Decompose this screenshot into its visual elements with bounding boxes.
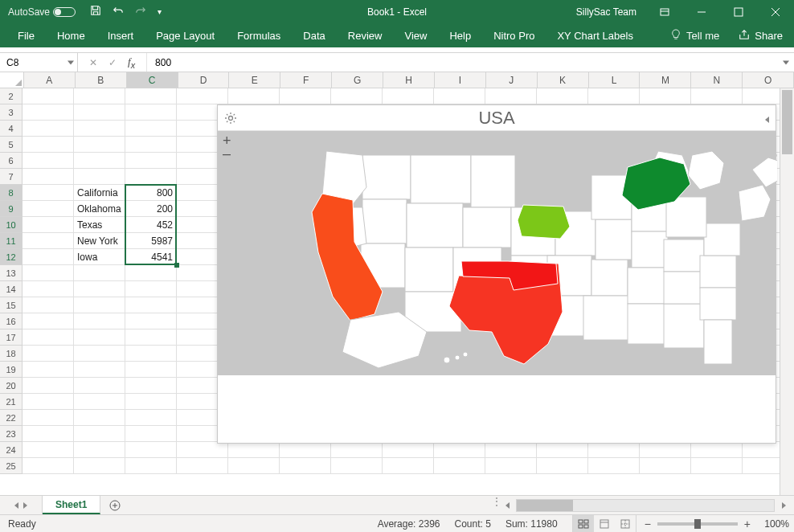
cell[interactable] <box>331 442 383 458</box>
cell[interactable] <box>228 458 280 474</box>
cell[interactable] <box>74 137 125 153</box>
cell[interactable] <box>125 121 177 137</box>
qat-customize-icon[interactable]: ▾ <box>158 7 162 16</box>
cell[interactable] <box>434 88 485 104</box>
cell[interactable] <box>537 442 588 458</box>
scrollbar-track[interactable] <box>516 499 775 512</box>
row-header[interactable]: 7 <box>0 169 23 185</box>
cell[interactable] <box>537 458 588 474</box>
new-sheet-button[interactable] <box>100 496 129 514</box>
tell-me[interactable]: Tell me <box>662 23 727 47</box>
gear-icon[interactable] <box>224 112 237 128</box>
cell[interactable] <box>125 169 177 185</box>
column-header[interactable]: F <box>280 72 332 88</box>
name-box[interactable]: C8 <box>0 53 78 72</box>
cell[interactable] <box>280 88 331 104</box>
ribbon-tab-view[interactable]: View <box>393 23 438 47</box>
cell[interactable] <box>74 442 125 458</box>
cell[interactable] <box>23 137 74 153</box>
cell[interactable] <box>23 233 74 249</box>
cell[interactable]: 4541 <box>125 249 177 265</box>
cell[interactable] <box>125 313 177 329</box>
cell[interactable] <box>23 394 74 410</box>
maximize-button[interactable] <box>720 0 757 23</box>
row-header[interactable]: 15 <box>0 297 23 313</box>
row-header[interactable]: 13 <box>0 265 23 281</box>
row-header[interactable]: 18 <box>0 346 23 362</box>
cell[interactable] <box>74 265 125 281</box>
column-header[interactable]: B <box>76 72 127 88</box>
cell[interactable] <box>588 88 640 104</box>
cell[interactable] <box>177 442 228 458</box>
cell[interactable] <box>125 458 177 474</box>
cell[interactable] <box>74 153 125 169</box>
cell[interactable] <box>640 458 691 474</box>
cell[interactable] <box>23 297 74 313</box>
cell[interactable] <box>23 265 74 281</box>
formula-input[interactable]: 800 <box>147 53 794 72</box>
ribbon-tab-help[interactable]: Help <box>438 23 482 47</box>
column-header[interactable]: I <box>435 72 486 88</box>
cell[interactable] <box>125 442 177 458</box>
row-header[interactable]: 4 <box>0 121 23 137</box>
insert-function-icon[interactable]: fx <box>128 55 135 70</box>
cell[interactable] <box>125 88 177 104</box>
cell[interactable] <box>23 378 74 394</box>
cell[interactable] <box>23 313 74 329</box>
cell[interactable]: Texas <box>74 217 125 233</box>
cell[interactable] <box>23 426 74 442</box>
cell[interactable] <box>23 121 74 137</box>
column-header[interactable]: E <box>229 72 280 88</box>
cell[interactable] <box>23 88 74 104</box>
undo-icon[interactable] <box>113 5 124 18</box>
cell[interactable]: 452 <box>125 217 177 233</box>
ribbon-tab-xy-chart-labels[interactable]: XY Chart Labels <box>546 23 644 47</box>
scrollbar-thumb[interactable] <box>517 500 573 511</box>
cell[interactable] <box>383 88 434 104</box>
cell[interactable] <box>74 410 125 426</box>
cell[interactable] <box>23 249 74 265</box>
cell[interactable] <box>125 346 177 362</box>
cell[interactable] <box>485 442 537 458</box>
column-header[interactable]: D <box>178 72 230 88</box>
cell[interactable] <box>691 458 743 474</box>
zoom-out-icon[interactable]: − <box>645 518 651 530</box>
cell[interactable] <box>125 297 177 313</box>
sheet-nav-prev-icon[interactable] <box>14 502 18 509</box>
row-header[interactable]: 20 <box>0 378 23 394</box>
zoom-slider[interactable] <box>657 522 738 526</box>
zoom-percent[interactable]: 100% <box>759 518 794 530</box>
cell[interactable] <box>125 265 177 281</box>
row-header[interactable]: 25 <box>0 458 23 474</box>
scroll-right-icon[interactable] <box>776 498 791 513</box>
map-chart[interactable]: USA + – <box>217 104 776 444</box>
row-header[interactable]: 23 <box>0 426 23 442</box>
ribbon-tab-file[interactable]: File <box>6 23 46 47</box>
column-header[interactable]: G <box>332 72 383 88</box>
row-header[interactable]: 24 <box>0 442 23 458</box>
cell[interactable] <box>640 88 691 104</box>
cell[interactable] <box>125 426 177 442</box>
cell[interactable] <box>125 104 177 121</box>
cell[interactable] <box>23 362 74 378</box>
cell[interactable] <box>691 442 743 458</box>
cell[interactable] <box>125 394 177 410</box>
cell[interactable] <box>74 88 125 104</box>
cell[interactable] <box>23 185 74 201</box>
cell[interactable] <box>23 201 74 217</box>
column-header[interactable]: C <box>127 72 178 88</box>
cell[interactable] <box>23 458 74 474</box>
sheet-nav-next-icon[interactable] <box>23 502 27 509</box>
zoom-in-icon[interactable]: + <box>744 518 751 530</box>
row-header[interactable]: 8 <box>0 185 23 201</box>
row-header[interactable]: 6 <box>0 153 23 169</box>
column-header[interactable]: K <box>538 72 589 88</box>
cell[interactable] <box>588 442 640 458</box>
cell[interactable] <box>23 329 74 346</box>
cell[interactable] <box>125 378 177 394</box>
cell[interactable] <box>74 313 125 329</box>
ribbon-tab-review[interactable]: Review <box>337 23 394 47</box>
cancel-formula-icon[interactable]: ✕ <box>89 57 97 68</box>
cell[interactable] <box>23 410 74 426</box>
ribbon-display-options[interactable] <box>646 0 683 23</box>
